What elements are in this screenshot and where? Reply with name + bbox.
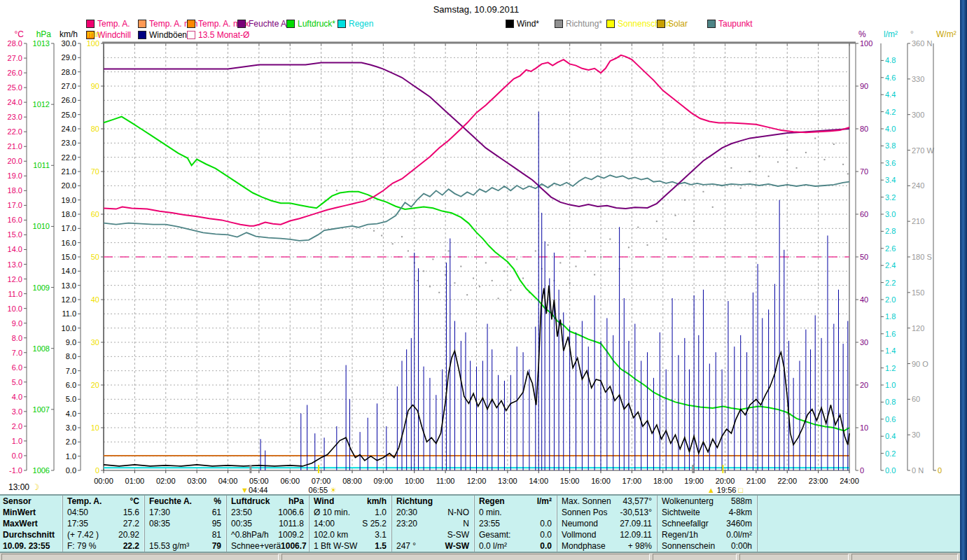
- svg-text:25.0: 25.0: [62, 111, 76, 119]
- svg-text:20.0: 20.0: [62, 181, 76, 190]
- svg-text:07:00: 07:00: [312, 477, 331, 485]
- svg-text:18.0: 18.0: [62, 210, 76, 218]
- axis-min: 0102030405060708090100min: [87, 29, 104, 475]
- axis-temp: -1.00.01.02.03.04.05.06.07.08.09.010.011…: [8, 29, 27, 475]
- svg-text:-1.0: -1.0: [9, 466, 22, 475]
- svg-text:2.0: 2.0: [12, 422, 22, 430]
- svg-text:29.0: 29.0: [62, 53, 76, 62]
- svg-text:0.0: 0.0: [66, 466, 76, 475]
- svg-text:90: 90: [91, 82, 99, 90]
- table-cell: 14:00S 25.2: [309, 518, 391, 529]
- table-cell: 08:3595: [145, 518, 225, 529]
- svg-text:3.0: 3.0: [66, 424, 76, 432]
- svg-text:23:00: 23:00: [809, 477, 828, 485]
- svg-text:150: 150: [912, 288, 924, 297]
- table-cell: 1 Bft W-SW1.5: [309, 540, 391, 552]
- svg-text:1006: 1006: [33, 466, 50, 475]
- svg-text:0.0: 0.0: [885, 466, 896, 475]
- table-cell: Windkm/h: [309, 496, 391, 507]
- svg-text:4.8: 4.8: [885, 56, 896, 64]
- svg-text:4.6: 4.6: [885, 74, 896, 82]
- svg-text:0.8: 0.8: [885, 398, 896, 406]
- table-cell: MaxWert: [0, 518, 62, 529]
- svg-text:4.0: 4.0: [885, 125, 896, 133]
- svg-text:100: 100: [860, 39, 872, 48]
- axis-lm2: 0.00.20.40.60.81.01.21.41.61.82.02.22.42…: [881, 29, 898, 475]
- svg-text:0 N: 0 N: [912, 466, 924, 475]
- table-cell: 10.09. 23:55: [0, 540, 62, 552]
- svg-text:5.0: 5.0: [12, 378, 22, 386]
- axis-header-wm2: W/m²: [936, 29, 956, 39]
- svg-text:1007: 1007: [33, 405, 50, 414]
- svg-text:00:00: 00:00: [94, 477, 113, 485]
- svg-text:17.0: 17.0: [8, 201, 22, 209]
- svg-text:60: 60: [912, 395, 920, 403]
- table-column: Wolkenunterg588mSichtweite4-8kmSchneefal…: [656, 496, 756, 552]
- svg-text:90 O: 90 O: [912, 360, 928, 368]
- svg-text:360 N: 360 N: [912, 39, 932, 48]
- svg-text:240: 240: [912, 181, 924, 190]
- svg-text:15:00: 15:00: [560, 477, 580, 485]
- svg-text:12.0: 12.0: [8, 275, 22, 284]
- table-cell: Mondphase+ 98%: [557, 540, 656, 552]
- svg-text:17:00: 17:00: [622, 477, 642, 485]
- svg-text:09:00: 09:00: [374, 477, 394, 485]
- table-cell: Neumond27.09.11: [557, 518, 656, 529]
- svg-text:19:00: 19:00: [684, 477, 704, 485]
- table-cell: Temp. A.°C: [63, 496, 144, 507]
- svg-text:60: 60: [91, 210, 99, 218]
- svg-text:15.0: 15.0: [8, 230, 22, 239]
- svg-text:24.0: 24.0: [62, 125, 76, 133]
- svg-text:40: 40: [860, 295, 868, 304]
- table-cell: 00:351011.8: [227, 518, 308, 529]
- table-cell: 15.53 g/m³79: [145, 540, 225, 552]
- svg-text:11:00: 11:00: [436, 477, 455, 485]
- axis-hpa: 10061007100810091010101110121013hPa: [33, 29, 54, 475]
- svg-text:70: 70: [91, 167, 99, 176]
- table-cell: 23:501006.6: [227, 507, 308, 518]
- svg-text:1.0: 1.0: [12, 437, 22, 445]
- svg-text:12:00: 12:00: [467, 477, 487, 485]
- svg-text:9.0: 9.0: [12, 319, 22, 328]
- window-border-right: [960, 0, 967, 560]
- svg-text:90: 90: [860, 82, 868, 90]
- table-column: SensorMinWertMaxWertDurchschnitt10.09. 2…: [0, 496, 62, 552]
- svg-text:19.0: 19.0: [62, 196, 76, 204]
- svg-text:50: 50: [91, 253, 99, 261]
- svg-text:210: 210: [912, 217, 924, 225]
- table-cell: 23:20N: [392, 518, 473, 529]
- svg-text:3.4: 3.4: [885, 176, 896, 184]
- svg-text:14.0: 14.0: [8, 245, 22, 253]
- svg-text:28.0: 28.0: [62, 68, 76, 76]
- svg-text:6.0: 6.0: [66, 381, 76, 389]
- svg-text:1013: 1013: [33, 39, 50, 48]
- svg-text:2.2: 2.2: [885, 279, 896, 287]
- svg-text:2.4: 2.4: [885, 261, 896, 270]
- svg-text:▲ 19:56 □: ▲ 19:56 □: [707, 486, 744, 494]
- svg-text:13.0: 13.0: [62, 281, 76, 290]
- svg-text:3.8: 3.8: [885, 141, 896, 150]
- table-cell: LuftdruckhPa: [227, 496, 308, 507]
- svg-text:330: 330: [912, 75, 924, 83]
- table-cell: Regenl/m²: [475, 496, 556, 507]
- moonrise-marker: 13:00 ☽: [8, 482, 39, 492]
- table-cell: Sonnenschein0:00h: [658, 540, 756, 552]
- status-panel: [1, 554, 279, 560]
- table-cell: Max. Sonnen43,577°: [557, 496, 656, 507]
- svg-text:2.6: 2.6: [885, 244, 896, 253]
- svg-text:2.0: 2.0: [66, 438, 76, 446]
- svg-text:10.0: 10.0: [8, 304, 22, 313]
- svg-text:5.0: 5.0: [66, 395, 76, 403]
- table-cell: Ø 10 min.1.0: [309, 507, 391, 518]
- svg-text:20.0: 20.0: [8, 157, 22, 165]
- svg-text:11.0: 11.0: [62, 309, 76, 318]
- table-column: LuftdruckhPa23:501006.600:351011.8^0.8hP…: [225, 496, 308, 552]
- svg-text:80: 80: [860, 125, 868, 133]
- table-cell: S-SW: [392, 529, 473, 540]
- table-cell: MinWert: [0, 507, 62, 518]
- table-cell: Wolkenunterg588m: [658, 496, 756, 507]
- svg-text:13:00: 13:00: [498, 477, 517, 485]
- svg-text:300: 300: [912, 111, 924, 119]
- svg-text:21.0: 21.0: [62, 167, 76, 176]
- svg-text:30: 30: [91, 338, 99, 346]
